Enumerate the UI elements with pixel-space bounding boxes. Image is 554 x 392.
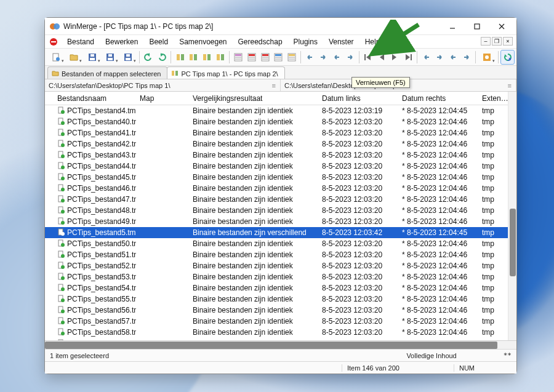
- vscroll-thumb[interactable]: [510, 209, 516, 276]
- toolbar-undo-button[interactable]: [142, 50, 155, 64]
- cell-map: [136, 298, 189, 300]
- table-row[interactable]: PCTips_bestand42.tmpBinaire bestanden zi…: [45, 138, 516, 150]
- horizontal-scrollbar[interactable]: [45, 340, 516, 349]
- svg-rect-19: [177, 54, 180, 60]
- table-row[interactable]: PCTips_bestand48.tmpBinaire bestanden zi…: [45, 205, 516, 216]
- col-map[interactable]: Map: [136, 93, 189, 104]
- tab-compare[interactable]: PC Tips map 1\ - PC tips map 2\: [167, 66, 284, 79]
- cell-map: [136, 132, 189, 134]
- menu-samenvoegen[interactable]: Samenvoegen: [174, 36, 231, 47]
- toolbar-filter-right-button[interactable]: [272, 50, 285, 64]
- svg-rect-40: [275, 54, 281, 56]
- toolbar-move-left-button[interactable]: [447, 50, 460, 64]
- menu-bestand[interactable]: Bestand: [62, 36, 99, 47]
- toolbar-options-button[interactable]: ▾: [478, 50, 496, 64]
- menu-help[interactable]: Help: [360, 36, 385, 47]
- cell-date-right: * 8-5-2023 12:04:46: [398, 150, 478, 161]
- toolbar-refresh-button[interactable]: [501, 50, 514, 64]
- toolbar-filter-same-button[interactable]: [232, 50, 245, 64]
- hscroll-thumb[interactable]: [45, 342, 497, 349]
- table-row[interactable]: PCTips_bestand49.tmpBinaire bestanden zi…: [45, 216, 516, 227]
- table-row[interactable]: PCTips_bestand40.tmpBinaire bestanden zi…: [45, 116, 516, 127]
- toolbar-save-button[interactable]: ▾: [83, 50, 100, 64]
- table-row[interactable]: PCTips_bestand4.tmpBinaire bestanden zij…: [45, 105, 516, 116]
- toolbar-diff-prev-button[interactable]: [201, 50, 214, 64]
- mdi-close[interactable]: ×: [503, 37, 513, 46]
- cell-date-right: * 8-5-2023 12:04:46: [398, 238, 478, 249]
- toolbar-merge-all-left-button[interactable]: [303, 50, 316, 64]
- file-status-icon: [57, 129, 65, 138]
- table-body[interactable]: PCTips_bestand4.tmpBinaire bestanden zij…: [45, 105, 516, 340]
- cell-date-left: 8-5-2023 12:03:20: [318, 216, 398, 227]
- toolbar-diff-next-button[interactable]: [187, 50, 200, 64]
- tab-select-files[interactable]: Bestanden of mappen selecteren: [47, 66, 167, 79]
- cell-result: Binaire bestanden zijn identiek: [189, 327, 318, 338]
- table-row[interactable]: PCTips_bestand58.tmpBinaire bestanden zi…: [45, 327, 516, 338]
- col-date-left[interactable]: Datum links: [318, 93, 398, 104]
- path-left[interactable]: C:\Users\stefan\Desktop\PC Tips map 1\ ≡: [45, 79, 281, 91]
- table-row[interactable]: PCTips_bestand46.tmpBinaire bestanden zi…: [45, 183, 516, 194]
- menu-venster[interactable]: Venster: [324, 36, 359, 47]
- toolbar-merge-all-right-button[interactable]: [317, 50, 330, 64]
- toolbar-redo-button[interactable]: [156, 50, 169, 64]
- maximize-button[interactable]: [465, 18, 489, 34]
- toolbar-diff-show-button[interactable]: [174, 50, 187, 64]
- mdi-minimize[interactable]: –: [481, 37, 491, 46]
- toolbar-prev-diff-button[interactable]: [375, 50, 388, 64]
- table-row[interactable]: PCTips_bestand50.tmpBinaire bestanden zi…: [45, 238, 516, 249]
- table-row[interactable]: PCTips_bestand53.tmpBinaire bestanden zi…: [45, 271, 516, 282]
- col-result[interactable]: Vergelijkingsresultaat: [189, 93, 318, 104]
- toolbar-first-diff-button[interactable]: [362, 50, 375, 64]
- toolbar-diff-context-button[interactable]: [214, 50, 227, 64]
- cell-result: Binaire bestanden zijn identiek: [189, 127, 318, 138]
- cell-map: [136, 254, 189, 256]
- toolbar-last-diff-button[interactable]: [402, 50, 415, 64]
- toolbar-save-left-button[interactable]: ▾: [102, 50, 119, 64]
- table-row[interactable]: PCTips_bestand51.tmpBinaire bestanden zi…: [45, 249, 516, 260]
- svg-rect-51: [172, 71, 174, 76]
- svg-rect-30: [235, 58, 241, 60]
- table-row[interactable]: PCTips_bestand43.tmpBinaire bestanden zi…: [45, 150, 516, 161]
- minimize-button[interactable]: [440, 18, 465, 34]
- svg-point-80: [61, 254, 65, 258]
- table-row[interactable]: PCTips_bestand45.tmpBinaire bestanden zi…: [45, 172, 516, 183]
- toolbar-open-button[interactable]: ▾: [65, 50, 82, 64]
- table-row[interactable]: PCTips_bestand52.tmpBinaire bestanden zi…: [45, 260, 516, 271]
- menu-gereedschap[interactable]: Gereedschap: [233, 36, 287, 47]
- toolbar-save-right-button[interactable]: ▾: [119, 50, 137, 64]
- path-left-menu-icon[interactable]: ≡: [272, 82, 276, 89]
- cell-map: [136, 309, 189, 311]
- toolbar-filter-diff-button[interactable]: [246, 50, 259, 64]
- toolbar-separator: [498, 51, 499, 63]
- table-row[interactable]: PCTips_bestand56.tmpBinaire bestanden zi…: [45, 305, 516, 316]
- toolbar-new-compare-button[interactable]: ▾: [47, 50, 65, 64]
- menu-beeld[interactable]: Beeld: [144, 36, 173, 47]
- table-row[interactable]: PCTips_bestand41.tmpBinaire bestanden zi…: [45, 127, 516, 138]
- table-row[interactable]: PCTips_bestand54.tmpBinaire bestanden zi…: [45, 282, 516, 294]
- svg-point-88: [61, 298, 65, 302]
- table-row[interactable]: PCTips_bestand47.tmpBinaire bestanden zi…: [45, 194, 516, 205]
- toolbar-filter-left-button[interactable]: [259, 50, 271, 64]
- toolbar-merge-left-button[interactable]: [331, 50, 343, 64]
- toolbar-filter-tree-button[interactable]: [286, 50, 299, 64]
- toolbar-copy-right-button[interactable]: [433, 50, 446, 64]
- toolbar-move-right-button[interactable]: [460, 50, 473, 64]
- col-name[interactable]: Bestandsnaam: [45, 93, 136, 104]
- toolbar-copy-left-button[interactable]: [420, 50, 433, 64]
- toolbar-next-diff-button[interactable]: [388, 50, 401, 64]
- path-right-menu-icon[interactable]: ≡: [508, 82, 512, 89]
- vertical-scrollbar[interactable]: [508, 105, 516, 340]
- menu-plugins[interactable]: Plugins: [289, 36, 323, 47]
- table-row[interactable]: PCTips_bestand57.tmpBinaire bestanden zi…: [45, 316, 516, 327]
- toolbar-merge-right-button[interactable]: [343, 50, 356, 64]
- close-button[interactable]: [489, 18, 514, 34]
- cell-map: [136, 176, 189, 178]
- menu-bewerken[interactable]: Bewerken: [100, 36, 143, 47]
- table-row[interactable]: PCTips_bestand44.tmpBinaire bestanden zi…: [45, 161, 516, 172]
- cell-date-right: * 8-5-2023 12:04:46: [398, 161, 478, 172]
- window-title: WinMerge - [PC Tips map 1\ - PC tips map…: [63, 22, 440, 31]
- mdi-restore[interactable]: ❐: [492, 37, 502, 46]
- table-row[interactable]: PCTips_bestand55.tmpBinaire bestanden zi…: [45, 294, 516, 305]
- table-row[interactable]: PCTips_bestand5.tmpBinaire bestanden zij…: [45, 227, 516, 238]
- col-date-right[interactable]: Datum rechts: [398, 93, 478, 104]
